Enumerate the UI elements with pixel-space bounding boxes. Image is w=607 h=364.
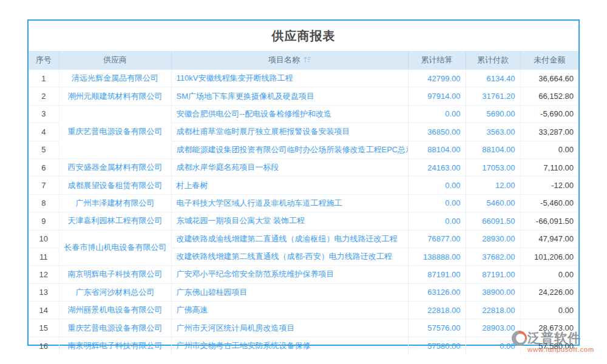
cell-paid-amount[interactable]: 87191.00 xyxy=(466,266,520,283)
cell-paid-amount[interactable]: 37682.00 xyxy=(466,248,520,265)
cell-paid-amount[interactable]: 17053.00 xyxy=(466,158,520,176)
cell-row-index: 5 xyxy=(29,141,59,158)
sort-ascending-icon[interactable] xyxy=(304,56,311,65)
cell-settled-amount[interactable]: 42799.00 xyxy=(408,70,466,87)
cell-paid-amount[interactable]: 5690.00 xyxy=(466,105,520,123)
cell-unpaid-amount: -5,460.00 xyxy=(520,194,578,212)
column-header-label: 未付金额 xyxy=(534,55,565,64)
cell-row-index: 16 xyxy=(29,337,59,354)
cell-paid-amount[interactable]: 66091.50 xyxy=(466,212,520,230)
cell-paid-amount[interactable]: 6134.40 xyxy=(466,70,520,87)
cell-row-index: 10 xyxy=(29,230,59,248)
table-row: 13广东省河沙材料总公司广东佛山碧桂园项目63126.0038900.0024,… xyxy=(29,283,578,301)
table-row: 2潮州元顺建筑材料有限公司SM广场地下车库更换摄像机及硬盘项目97914.003… xyxy=(29,87,578,105)
cell-project[interactable]: 安徽合肥供电公司--配电设备检修维护和改造 xyxy=(171,105,408,123)
cell-paid-amount[interactable]: 12.00 xyxy=(466,177,520,194)
cell-unpaid-amount: 24,226.00 xyxy=(520,283,578,301)
cell-supplier[interactable]: 潮州元顺建筑材料有限公司 xyxy=(59,87,171,105)
cell-settled-amount[interactable]: 76877.00 xyxy=(408,230,466,248)
cell-settled-amount[interactable]: 22818.00 xyxy=(408,302,466,319)
cell-project[interactable]: 成都能源建设集团投资有限公司临时办公场所装修改造工程EPC总承包 xyxy=(171,141,408,158)
cell-project[interactable]: 110kV安徽线程集变开断线路工程 xyxy=(171,70,408,87)
cell-supplier[interactable]: 南京明辉电子科技有限公司 xyxy=(59,266,171,283)
cell-settled-amount[interactable]: 24163.00 xyxy=(408,158,466,176)
cell-unpaid-amount: -5,690.00 xyxy=(520,105,578,123)
cell-paid-amount[interactable]: 38900.00 xyxy=(466,283,520,301)
cell-settled-amount[interactable]: 0.00 xyxy=(408,194,466,212)
cell-row-index: 12 xyxy=(29,266,59,283)
cell-unpaid-amount: 66,152.80 xyxy=(520,87,578,105)
cell-row-index: 8 xyxy=(29,194,59,212)
cell-project[interactable]: 村上春树 xyxy=(171,177,408,194)
table-row: 1清远光辉金属品有限公司110kV安徽线程集变开断线路工程42799.00613… xyxy=(29,70,578,87)
cell-project[interactable]: 广佛高速 xyxy=(171,302,408,319)
cell-project[interactable]: 成都杜甫草堂临时展厅独立展柜报警设备安装项目 xyxy=(171,123,408,141)
cell-project[interactable]: 改建铁路线增建第二线直通线（成都-西安）电力线路迁改工程 xyxy=(171,248,408,265)
table-row: 14湖州丽景机电设备有限公司广佛高速22818.0022818.000.00 xyxy=(29,302,578,319)
column-header-project[interactable]: 项目名称 xyxy=(171,51,408,70)
cell-supplier[interactable]: 成都展望设备租赁有限公司 xyxy=(59,177,171,194)
cell-project[interactable]: SM广场地下车库更换摄像机及硬盘项目 xyxy=(171,87,408,105)
report-table-body: 1清远光辉金属品有限公司110kV安徽线程集变开断线路工程42799.00613… xyxy=(29,70,578,355)
cell-project[interactable]: 东城花园一期项目公寓大堂 装饰工程 xyxy=(171,212,408,230)
cell-row-index: 15 xyxy=(29,319,59,337)
cell-settled-amount[interactable]: 63126.00 xyxy=(408,283,466,301)
cell-supplier[interactable]: 重庆艺普电源设备有限公司 xyxy=(59,319,171,337)
cell-project[interactable]: 电子科技大学区域人行道及非机动车道工程施工 xyxy=(171,194,408,212)
cell-unpaid-amount: 33,287.00 xyxy=(520,123,578,141)
cell-unpaid-amount: -12.00 xyxy=(520,177,578,194)
watermark-brand: 泛普软件 xyxy=(527,329,581,346)
cell-paid-amount[interactable]: 5460.00 xyxy=(466,194,520,212)
table-row: 12南京明辉电子科技有限公司广安邓小平纪念馆安全防范系统维护保养项目87191.… xyxy=(29,266,578,283)
cell-settled-amount[interactable]: 0.00 xyxy=(408,212,466,230)
cell-project[interactable]: 成都水岸华庭名苑项目一标段 xyxy=(171,158,408,176)
column-header-paid: 累计付款 xyxy=(466,51,520,70)
cell-paid-amount[interactable]: 88104.00 xyxy=(466,141,520,158)
cell-paid-amount[interactable]: 28930.00 xyxy=(466,230,520,248)
column-header-label: 累计结算 xyxy=(421,55,453,64)
cell-project[interactable]: 广州市文物考古工地安防系统设备保修 xyxy=(171,337,408,354)
cell-supplier[interactable]: 西安盛器金属材料有限公司 xyxy=(59,158,171,176)
cell-settled-amount[interactable]: 0.00 xyxy=(408,105,466,123)
table-row: 16南京明辉电子科技有限公司广州市文物考古工地安防系统设备保修57580.000… xyxy=(29,337,578,354)
table-row: 10长春市博山机电设备有限公司改建铁路成渝线增建第二直通线（成渝枢纽）电力线路迁… xyxy=(29,230,578,248)
vendor-watermark: 泛普软件 www.fanpusoft.com xyxy=(512,329,606,353)
cell-project[interactable]: 改建铁路成渝线增建第二直通线（成渝枢纽）电力线路迁改工程 xyxy=(171,230,408,248)
cell-row-index: 4 xyxy=(29,123,59,141)
supplier-report-panel: 供应商报表 序号供应商项目名称累计结算累计付款未付金额 1清远光辉金属品有限公司… xyxy=(27,19,580,346)
table-row: 3重庆艺普电源设备有限公司安徽合肥供电公司--配电设备检修维护和改造0.0056… xyxy=(29,105,578,123)
cell-supplier[interactable]: 天津嘉利园林工程有限公司 xyxy=(59,212,171,230)
table-header-row: 序号供应商项目名称累计结算累计付款未付金额 xyxy=(29,51,578,70)
column-header-index: 序号 xyxy=(29,51,59,70)
cell-settled-amount[interactable]: 57576.00 xyxy=(408,319,466,337)
cell-paid-amount[interactable]: 3563.00 xyxy=(466,123,520,141)
cell-unpaid-amount: 0.00 xyxy=(520,302,578,319)
cell-supplier[interactable]: 广东省河沙材料总公司 xyxy=(59,283,171,301)
cell-project[interactable]: 广东佛山碧桂园项目 xyxy=(171,283,408,301)
fanpu-swirl-logo-icon xyxy=(512,331,527,346)
cell-supplier[interactable]: 清远光辉金属品有限公司 xyxy=(59,70,171,87)
cell-supplier[interactable]: 南京明辉电子科技有限公司 xyxy=(59,337,171,354)
cell-settled-amount[interactable]: 57580.00 xyxy=(408,337,466,354)
cell-row-index: 1 xyxy=(29,70,59,87)
table-row: 6西安盛器金属材料有限公司成都水岸华庭名苑项目一标段24163.0017053.… xyxy=(29,158,578,176)
cell-row-index: 13 xyxy=(29,283,59,301)
table-row: 9天津嘉利园林工程有限公司东城花园一期项目公寓大堂 装饰工程0.0066091.… xyxy=(29,212,578,230)
cell-paid-amount[interactable]: 22818.00 xyxy=(466,302,520,319)
cell-project[interactable]: 广安邓小平纪念馆安全防范系统维护保养项目 xyxy=(171,266,408,283)
cell-supplier[interactable]: 湖州丽景机电设备有限公司 xyxy=(59,302,171,319)
cell-settled-amount[interactable]: 36850.00 xyxy=(408,123,466,141)
cell-settled-amount[interactable]: 87191.00 xyxy=(408,266,466,283)
cell-settled-amount[interactable]: 138888.00 xyxy=(408,248,466,265)
supplier-report-table: 序号供应商项目名称累计结算累计付款未付金额 1清远光辉金属品有限公司110kV安… xyxy=(29,51,578,354)
cell-settled-amount[interactable]: 97914.00 xyxy=(408,87,466,105)
cell-project[interactable]: 广州市天河区统计局机房改造项目 xyxy=(171,319,408,337)
cell-paid-amount[interactable]: 31761.20 xyxy=(466,87,520,105)
cell-supplier[interactable]: 长春市博山机电设备有限公司 xyxy=(59,230,171,266)
cell-supplier[interactable]: 重庆艺普电源设备有限公司 xyxy=(59,105,171,158)
cell-row-index: 7 xyxy=(29,177,59,194)
cell-unpaid-amount: 101,206.00 xyxy=(520,248,578,265)
cell-settled-amount[interactable]: 0.00 xyxy=(408,177,466,194)
cell-supplier[interactable]: 广州丰泽建材有限公司 xyxy=(59,194,171,212)
cell-settled-amount[interactable]: 88104.00 xyxy=(408,141,466,158)
